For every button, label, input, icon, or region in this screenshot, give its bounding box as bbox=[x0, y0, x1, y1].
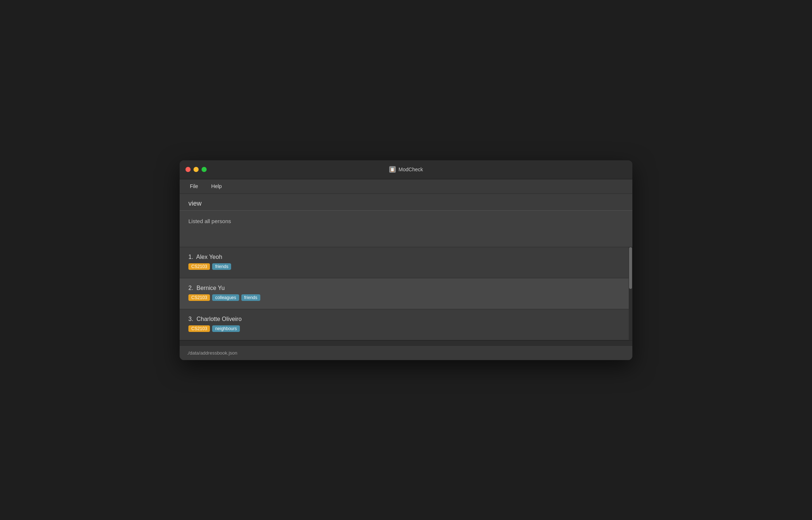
title-bar-content: 📋 ModCheck bbox=[389, 166, 423, 173]
course-tag: CS2103 bbox=[188, 325, 210, 332]
person-fullname: Alex Yeoh bbox=[196, 254, 222, 260]
minimize-button[interactable] bbox=[194, 167, 199, 172]
menu-bar: File Help bbox=[180, 179, 632, 194]
output-text: Listed all persons bbox=[188, 218, 231, 224]
traffic-lights bbox=[185, 167, 207, 172]
person-item[interactable]: 2. Bernice Yu CS2103 colleagues friends bbox=[180, 278, 632, 309]
person-number: 1. bbox=[188, 254, 193, 260]
person-name: 1. Alex Yeoh bbox=[188, 254, 624, 260]
app-icon: 📋 bbox=[389, 166, 396, 173]
group-tag-2: friends bbox=[241, 294, 260, 301]
title-bar: 📋 ModCheck bbox=[180, 160, 632, 179]
maximize-button[interactable] bbox=[202, 167, 207, 172]
search-input[interactable] bbox=[188, 200, 624, 210]
search-bar bbox=[180, 194, 632, 211]
course-tag: CS2103 bbox=[188, 263, 210, 270]
scrollbar-track[interactable] bbox=[629, 247, 632, 340]
app-title: ModCheck bbox=[399, 167, 423, 172]
group-tag: colleagues bbox=[212, 294, 239, 301]
status-text: ./data/addressbook.json bbox=[187, 350, 237, 356]
group-tag: neighbours bbox=[212, 325, 240, 332]
status-bar: ./data/addressbook.json bbox=[180, 345, 632, 360]
app-window: 📋 ModCheck File Help Listed all persons … bbox=[180, 160, 632, 360]
persons-list[interactable]: 1. Alex Yeoh CS2103 friends 2. Bernice Y… bbox=[180, 247, 632, 340]
horizontal-scrollbar[interactable] bbox=[180, 340, 632, 345]
person-name: 3. Charlotte Oliveiro bbox=[188, 316, 624, 322]
person-item[interactable]: 1. Alex Yeoh CS2103 friends bbox=[180, 247, 632, 278]
person-fullname: Charlotte Oliveiro bbox=[196, 316, 242, 322]
person-item[interactable]: 3. Charlotte Oliveiro CS2103 neighbours bbox=[180, 309, 632, 340]
person-tags: CS2103 colleagues friends bbox=[188, 294, 624, 301]
person-tags: CS2103 friends bbox=[188, 263, 624, 270]
group-tag: friends bbox=[212, 263, 231, 270]
person-fullname: Bernice Yu bbox=[196, 285, 225, 291]
person-name: 2. Bernice Yu bbox=[188, 285, 624, 291]
person-number: 2. bbox=[188, 285, 193, 291]
person-number: 3. bbox=[188, 316, 193, 322]
scrollbar-thumb[interactable] bbox=[629, 247, 632, 289]
output-section: Listed all persons bbox=[180, 211, 632, 247]
close-button[interactable] bbox=[185, 167, 191, 172]
menu-help[interactable]: Help bbox=[208, 182, 225, 191]
course-tag: CS2103 bbox=[188, 294, 210, 301]
person-tags: CS2103 neighbours bbox=[188, 325, 624, 332]
menu-file[interactable]: File bbox=[187, 182, 201, 191]
